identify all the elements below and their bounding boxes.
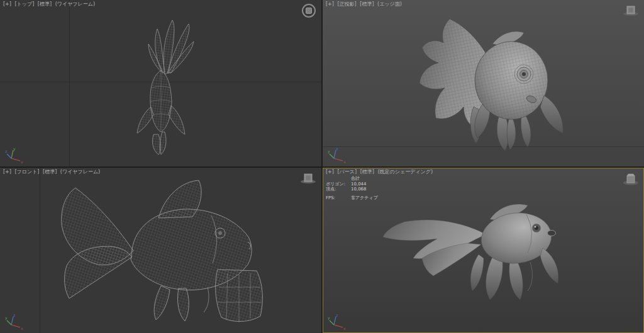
statistics-vertices-row: 頂点: 10,068 [326,187,378,192]
svg-text:z: z [336,314,338,317]
polygons-value: 10,044 [351,182,367,187]
fish-model-side-wireframe[interactable] [0,168,321,333]
viewport-label-front: [+] [フロント] [標準] (ワイヤフレーム) [3,169,102,175]
axis-tripod: x y z [5,148,24,164]
viewport-front[interactable]: [+] [フロント] [標準] (ワイヤフレーム) [0,168,321,333]
viewport-view-menu[interactable]: [トップ] [15,1,35,7]
vertices-label: 頂点: [326,187,351,192]
vertices-value: 10,068 [351,187,367,192]
polygons-label: ポリゴン: [326,182,351,187]
statistics-header-row: 合計 [326,176,378,182]
svg-text:z: z [13,314,16,317]
viewport-style-menu[interactable]: [標準] [38,1,52,7]
svg-text:z: z [5,149,8,153]
svg-text:x: x [21,160,23,164]
viewport-top[interactable]: [+] [トップ] [標準] (ワイヤフレーム) [0,0,321,166]
svg-text:y: y [5,315,8,320]
viewport-shading-menu[interactable]: (ワイヤフレーム) [55,1,95,7]
viewport-menu-button[interactable]: [+] [326,1,334,7]
svg-text:z: z [336,148,338,151]
statistics-polygons-row: ポリゴン: 10,044 [326,182,378,187]
viewport-shading-menu[interactable]: (ワイヤフレーム) [60,169,100,175]
viewcube-front-icon[interactable] [300,171,316,186]
quad-viewport-workspace: [+] [トップ] [標準] (ワイヤフレーム) [0,0,644,333]
viewport-view-menu[interactable]: [フロント] [15,169,40,175]
fish-model-top-wireframe[interactable] [0,0,321,166]
axis-tripod: x z y [328,314,347,330]
svg-text:y: y [328,149,330,154]
viewport-label-perspective: [+] [パース] [標準] (既定のシェーディング) [326,169,435,175]
viewcube-top-icon[interactable] [301,3,316,18]
svg-text:x: x [21,326,23,330]
viewport-label-orthographic: [+] [正投影] [標準] (エッジ面) [326,1,404,7]
viewcube-front-icon[interactable] [623,3,639,18]
viewport-perspective[interactable]: [+] [パース] [標準] (既定のシェーディング) 合計 ポリゴン: 10,… [323,168,644,333]
statistics-total-header: 合計 [351,176,360,182]
statistics-fps-row: FPS: 非アクティブ [326,195,378,201]
viewport-style-menu[interactable]: [標準] [43,169,57,175]
svg-text:y: y [328,315,330,320]
svg-text:x: x [343,326,346,330]
viewport-shading-menu[interactable]: (エッジ面) [377,1,402,7]
svg-text:x: x [343,160,346,164]
axis-tripod: x z y [5,314,24,330]
viewport-shading-menu[interactable]: (既定のシェーディング) [377,169,433,175]
viewport-view-menu[interactable]: [正投影] [338,1,357,7]
viewport-menu-button[interactable]: [+] [3,1,11,7]
viewport-menu-button[interactable]: [+] [326,169,334,175]
viewport-style-menu[interactable]: [標準] [360,169,374,175]
fps-label: FPS: [326,195,351,201]
axis-tripod: x z y [328,148,347,164]
viewport-orthographic[interactable]: [+] [正投影] [標準] (エッジ面) [323,0,644,166]
viewport-statistics: 合計 ポリゴン: 10,044 頂点: 10,068 FPS: 非アクティブ [326,176,378,200]
viewport-style-menu[interactable]: [標準] [360,1,374,7]
viewport-label-top: [+] [トップ] [標準] (ワイヤフレーム) [3,1,97,7]
viewport-view-menu[interactable]: [パース] [338,169,357,175]
fish-model-shaded-edges[interactable] [323,0,644,166]
viewport-menu-button[interactable]: [+] [3,169,11,175]
viewcube-perspective-icon[interactable] [623,171,639,187]
svg-text:y: y [13,148,16,151]
fps-value: 非アクティブ [351,195,378,201]
